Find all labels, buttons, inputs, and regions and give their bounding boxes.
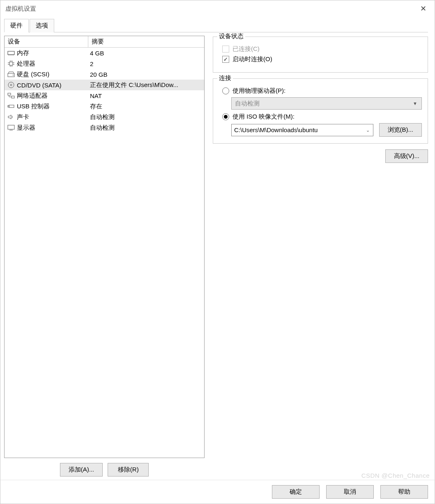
svg-rect-19 — [8, 93, 11, 95]
device-label: USB 控制器 — [17, 103, 90, 110]
memory-icon — [7, 49, 15, 57]
radio-use-iso[interactable]: 使用 ISO 映像文件(M): — [222, 113, 422, 121]
svg-point-17 — [8, 82, 14, 88]
add-button[interactable]: 添加(A)... — [60, 463, 103, 477]
group-legend: 设备状态 — [217, 32, 245, 40]
titlebar: 虚拟机设置 ✕ — [0, 0, 435, 17]
device-row-cpu[interactable]: 处理器 2 — [5, 58, 204, 69]
device-label: 处理器 — [17, 60, 90, 68]
device-list[interactable]: 设备 摘要 内存 4 GB 处理器 2 硬盘 — [4, 36, 205, 458]
svg-rect-21 — [9, 105, 14, 108]
checkbox-connect-on-power[interactable]: ✓ 启动时连接(O) — [222, 55, 422, 63]
device-row-sound[interactable]: 声卡 自动检测 — [5, 112, 204, 122]
dialog-footer: 确定 取消 帮助 — [0, 480, 435, 504]
device-status-group: 设备状态 已连接(C) ✓ 启动时连接(O) — [213, 37, 428, 73]
cpu-icon — [7, 60, 15, 67]
svg-rect-6 — [9, 62, 13, 65]
device-row-network[interactable]: 网络适配器 NAT — [5, 90, 204, 101]
radio-label: 使用物理驱动器(P): — [232, 87, 285, 95]
device-summary: 自动检测 — [90, 113, 202, 121]
sound-icon — [7, 113, 15, 121]
svg-point-16 — [13, 75, 14, 76]
network-icon — [7, 92, 15, 99]
device-summary: 存在 — [90, 103, 202, 110]
device-label: 内存 — [17, 49, 90, 57]
device-label: 硬盘 (SCSI) — [17, 71, 90, 78]
device-list-header: 设备 摘要 — [5, 36, 204, 48]
display-icon — [7, 124, 15, 131]
checkbox-icon — [222, 46, 229, 53]
radio-use-physical[interactable]: 使用物理驱动器(P): — [222, 87, 422, 95]
device-row-memory[interactable]: 内存 4 GB — [5, 48, 204, 58]
svg-rect-20 — [12, 96, 14, 98]
col-header-summary: 摘要 — [88, 36, 204, 47]
device-label: 显示器 — [17, 124, 90, 132]
disk-icon — [7, 71, 15, 78]
cd-icon — [7, 81, 15, 89]
device-summary: 2 — [90, 60, 202, 67]
device-row-disk[interactable]: 硬盘 (SCSI) 20 GB — [5, 69, 204, 80]
svg-rect-22 — [8, 105, 9, 107]
tab-bar: 硬件 选项 — [4, 18, 428, 32]
device-summary: 正在使用文件 C:\Users\M\Dow... — [90, 81, 202, 89]
col-header-device: 设备 — [5, 36, 88, 47]
device-label: 声卡 — [17, 113, 90, 121]
device-summary: 4 GB — [90, 50, 202, 57]
svg-point-18 — [10, 84, 12, 86]
device-summary: 自动检测 — [90, 124, 202, 132]
help-button[interactable]: 帮助 — [380, 485, 428, 499]
iso-path-value: C:\Users\M\Downloads\ubuntu — [234, 126, 318, 133]
tab-options[interactable]: 选项 — [30, 19, 54, 32]
chevron-down-icon: ▼ — [413, 101, 417, 106]
checkbox-icon[interactable]: ✓ — [222, 56, 229, 63]
device-summary: 20 GB — [90, 71, 202, 78]
checkbox-label: 启动时连接(O) — [232, 55, 272, 63]
device-summary: NAT — [90, 92, 202, 99]
radio-icon[interactable] — [222, 87, 229, 94]
device-row-usb[interactable]: USB 控制器 存在 — [5, 101, 204, 112]
remove-button[interactable]: 移除(R) — [108, 463, 149, 477]
device-label: CD/DVD (SATA) — [17, 82, 90, 89]
close-icon[interactable]: ✕ — [417, 4, 430, 13]
browse-button[interactable]: 浏览(B)... — [379, 123, 422, 137]
group-legend: 连接 — [217, 74, 233, 82]
svg-rect-23 — [8, 125, 14, 129]
cancel-button[interactable]: 取消 — [326, 485, 374, 499]
svg-rect-0 — [8, 51, 14, 55]
checkbox-connected: 已连接(C) — [222, 45, 422, 53]
physical-drive-select: 自动检测 ▼ — [231, 97, 422, 110]
iso-path-input[interactable]: C:\Users\M\Downloads\ubuntu ⌄ — [231, 124, 373, 136]
radio-label: 使用 ISO 映像文件(M): — [232, 113, 295, 121]
usb-icon — [7, 103, 15, 110]
window-title: 虚拟机设置 — [5, 5, 417, 13]
device-row-cddvd[interactable]: CD/DVD (SATA) 正在使用文件 C:\Users\M\Dow... — [5, 80, 204, 90]
chevron-down-icon[interactable]: ⌄ — [366, 127, 370, 133]
device-row-display[interactable]: 显示器 自动检测 — [5, 122, 204, 133]
select-value: 自动检测 — [235, 100, 260, 108]
advanced-button[interactable]: 高级(V)... — [385, 149, 428, 163]
tab-hardware[interactable]: 硬件 — [4, 19, 29, 32]
device-label: 网络适配器 — [17, 92, 90, 100]
connection-group: 连接 使用物理驱动器(P): 自动检测 ▼ 使用 ISO 映像文件(M): — [213, 78, 428, 144]
radio-icon[interactable] — [222, 113, 229, 120]
checkbox-label: 已连接(C) — [232, 45, 260, 53]
ok-button[interactable]: 确定 — [272, 485, 320, 499]
